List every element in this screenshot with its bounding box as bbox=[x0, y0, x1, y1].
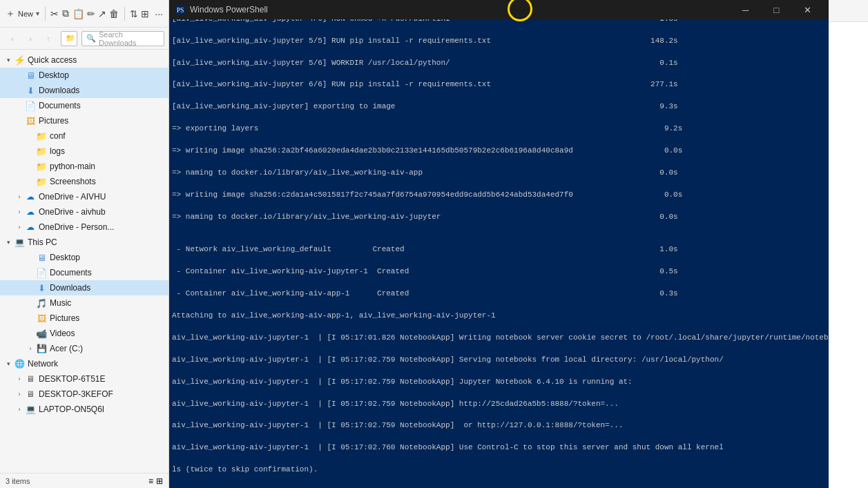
documents-qa-icon: 📄 bbox=[25, 100, 36, 111]
terminal-line: aiv_live_working-aiv-jupyter-1 | [I 05:1… bbox=[172, 399, 826, 410]
logs-label: logs bbox=[50, 146, 65, 156]
ps-app-icon: PS bbox=[175, 4, 186, 15]
onedrive-person-icon: ☁ bbox=[25, 222, 36, 233]
sidebar-item-documents-pc[interactable]: 📄 Documents bbox=[0, 265, 168, 280]
laptop-on5q6i-toggle: › bbox=[14, 404, 25, 415]
status-bar: 3 items ≡ ⊞ bbox=[0, 473, 168, 488]
sidebar-item-downloads-qa[interactable]: ⬇ Downloads bbox=[0, 83, 168, 98]
sidebar-item-downloads-pc[interactable]: ⬇ Downloads bbox=[0, 280, 168, 295]
music-label: Music bbox=[50, 298, 71, 308]
downloads-pc-toggle bbox=[25, 282, 36, 293]
sidebar-item-screenshots[interactable]: 📁 Screenshots bbox=[0, 174, 168, 189]
sort-button[interactable]: ⇅ bbox=[130, 4, 138, 23]
minimize-button[interactable]: ─ bbox=[730, 0, 761, 19]
explorer-toolbar: ＋ New ▾ ✂ ⧉ 📋 ✏ ↗ 🗑 ⇅ ⊞ ··· bbox=[0, 0, 168, 28]
maximize-button[interactable]: □ bbox=[761, 0, 792, 19]
sidebar-item-desktop-6t51e[interactable]: › 🖥 DESKTOP-6T51E bbox=[0, 371, 168, 387]
search-icon: 🔍 bbox=[86, 34, 96, 43]
sidebar-item-network[interactable]: ▾ 🌐 Network bbox=[0, 356, 168, 371]
desktop-pc-icon: 🖥 bbox=[36, 252, 47, 263]
desktop-3kefof-label: DESKTOP-3KEFOF bbox=[39, 389, 113, 399]
cut-button[interactable]: ✂ bbox=[50, 4, 59, 23]
onedrive-person-toggle: › bbox=[14, 222, 25, 233]
desktop-6t51e-label: DESKTOP-6T51E bbox=[39, 374, 105, 384]
python-main-toggle bbox=[25, 161, 36, 172]
sidebar-item-onedrive-person[interactable]: › ☁ OneDrive - Person... bbox=[0, 219, 168, 235]
details-view-btn[interactable]: ≡ bbox=[148, 476, 153, 486]
sidebar-item-python-main[interactable]: 📁 python-main bbox=[0, 159, 168, 174]
sidebar-item-conf[interactable]: 📁 conf bbox=[0, 128, 168, 144]
terminal-line: => writing image sha256:c2da1a4c5015817f… bbox=[172, 190, 826, 201]
terminal-line: Attaching to aiv_live_working-aiv-app-1,… bbox=[172, 311, 826, 322]
sidebar-item-pictures-qa[interactable]: 🖼 Pictures bbox=[0, 113, 168, 128]
desktop-pc-label: Desktop bbox=[50, 253, 80, 262]
ps-terminal-content[interactable]: => => sha256:0f2dfdfc7d12d2e9d472df6f8f9… bbox=[169, 19, 829, 488]
screenshots-label: Screenshots bbox=[50, 177, 96, 186]
pictures-pc-icon: 🖼 bbox=[36, 313, 47, 324]
sidebar-item-music[interactable]: 🎵 Music bbox=[0, 295, 168, 311]
laptop-on5q6i-icon: 💻 bbox=[25, 404, 36, 415]
grid-view-btn[interactable]: ⊞ bbox=[156, 476, 163, 486]
sidebar-item-laptop-on5q6i[interactable]: › 💻 LAPTOP-ON5Q6I bbox=[0, 402, 168, 417]
quick-access-toggle: ▾ bbox=[3, 55, 14, 66]
new-dropdown-icon[interactable]: ▾ bbox=[36, 10, 39, 17]
file-explorer: ＋ New ▾ ✂ ⧉ 📋 ✏ ↗ 🗑 ⇅ ⊞ ··· ‹ › ↑ 📁 This… bbox=[0, 0, 169, 488]
music-toggle bbox=[25, 297, 36, 309]
music-icon: 🎵 bbox=[36, 297, 47, 309]
address-text: 📁 bbox=[66, 34, 77, 43]
sidebar-item-documents-qa[interactable]: 📄 Documents bbox=[0, 98, 168, 113]
sidebar-item-onedrive-aivhub[interactable]: › ☁ OneDrive - aivhub bbox=[0, 204, 168, 219]
more-button[interactable]: ··· bbox=[155, 4, 163, 23]
powershell-window: PS Windows PowerShell ─ □ ✕ => => sha256… bbox=[169, 0, 829, 488]
explorer-nav: ‹ › ↑ 📁 This PC › Downloads 🔍 Search Dow… bbox=[0, 28, 168, 50]
documents-pc-label: Documents bbox=[50, 268, 92, 277]
sidebar-item-desktop-pc[interactable]: 🖥 Desktop bbox=[0, 250, 168, 265]
sidebar-item-this-pc[interactable]: ▾ 💻 This PC bbox=[0, 235, 168, 250]
sidebar-item-desktop-qa[interactable]: 🖥 Desktop bbox=[0, 68, 168, 83]
downloads-qa-toggle bbox=[14, 85, 25, 96]
terminal-line: [aiv_live_working_aiv-jupyter] exporting… bbox=[172, 101, 826, 113]
videos-label: Videos bbox=[50, 329, 75, 338]
search-placeholder: Search Downloads bbox=[99, 30, 160, 47]
share-button[interactable]: ↗ bbox=[98, 4, 106, 23]
close-button[interactable]: ✕ bbox=[792, 0, 823, 19]
conf-toggle bbox=[25, 130, 36, 141]
documents-pc-icon: 📄 bbox=[36, 267, 47, 278]
navigation-tree: ▾ ⚡ Quick access 🖥 Desktop ⬇ Downloads 📄… bbox=[0, 50, 168, 473]
pictures-qa-icon: 🖼 bbox=[25, 115, 36, 126]
terminal-line: => exporting layers 9.2s bbox=[172, 124, 826, 135]
search-bar[interactable]: 🔍 Search Downloads bbox=[81, 31, 164, 46]
terminal-line: [aiv_live_working_aiv-jupyter 4/6] RUN c… bbox=[172, 19, 826, 25]
pictures-qa-label: Pictures bbox=[39, 116, 68, 126]
sidebar-item-videos[interactable]: 📹 Videos bbox=[0, 326, 168, 341]
terminal-line: [aiv_live_working_aiv-jupyter 5/6] WORKD… bbox=[172, 58, 826, 69]
sidebar-item-pictures-pc[interactable]: 🖼 Pictures bbox=[0, 311, 168, 326]
rename-button[interactable]: ✏ bbox=[87, 4, 95, 23]
paste-button[interactable]: 📋 bbox=[73, 4, 84, 23]
ps-title: Windows PowerShell bbox=[190, 5, 730, 14]
this-pc-toggle: ▾ bbox=[3, 237, 14, 248]
sidebar-item-acer-c[interactable]: › 💾 Acer (C:) bbox=[0, 341, 168, 356]
ps-titlebar: PS Windows PowerShell ─ □ ✕ bbox=[169, 0, 829, 19]
terminal-line: [aiv_live_working_aiv-jupyter 6/6] RUN p… bbox=[172, 79, 826, 90]
up-button[interactable]: ↑ bbox=[40, 30, 57, 47]
new-button[interactable]: ＋ bbox=[6, 4, 15, 23]
back-button[interactable]: ‹ bbox=[4, 30, 21, 47]
terminal-line: => writing image sha256:2a2bf46a6020eda4… bbox=[172, 146, 826, 157]
terminal-line: aiv_live_working-aiv-jupyter-1 | [I 05:1… bbox=[172, 377, 826, 388]
desktop-6t51e-toggle: › bbox=[14, 373, 25, 384]
delete-button[interactable]: 🗑 bbox=[109, 4, 119, 23]
quick-access-icon: ⚡ bbox=[14, 55, 25, 66]
terminal-line: aiv_live_working-aiv-jupyter-1 | [I 05:1… bbox=[172, 442, 826, 453]
sidebar-item-onedrive-aivhu[interactable]: › ☁ OneDrive - AIVHU bbox=[0, 189, 168, 204]
view-button[interactable]: ⊞ bbox=[141, 4, 149, 23]
sidebar-item-logs[interactable]: 📁 logs bbox=[0, 144, 168, 159]
desktop-3kefof-toggle: › bbox=[14, 389, 25, 400]
sidebar-item-desktop-3kefof[interactable]: › 🖥 DESKTOP-3KEFOF bbox=[0, 387, 168, 402]
address-bar[interactable]: 📁 This PC › Downloads bbox=[61, 31, 77, 46]
forward-button[interactable]: › bbox=[22, 30, 39, 47]
terminal-line: => naming to docker.io/library/aiv_live_… bbox=[172, 168, 826, 179]
new-label: New bbox=[18, 10, 33, 18]
quick-access-section[interactable]: ▾ ⚡ Quick access bbox=[0, 52, 168, 68]
copy-button[interactable]: ⧉ bbox=[61, 4, 69, 23]
